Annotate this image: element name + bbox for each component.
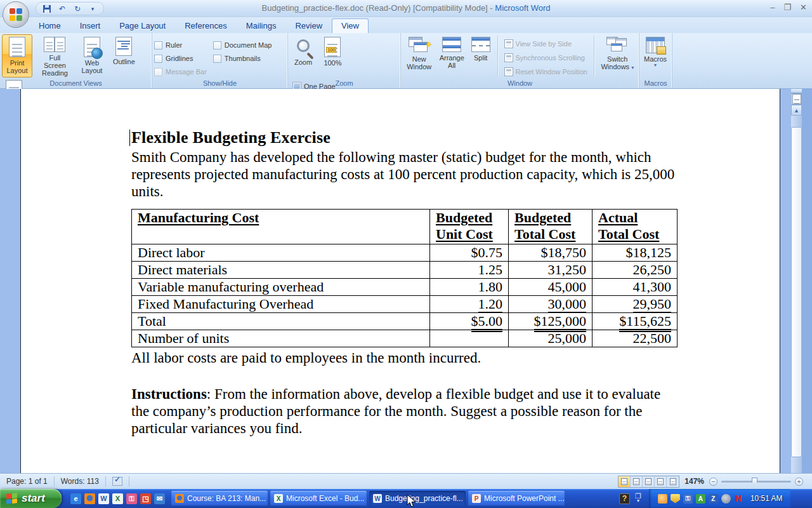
view-shortcut-buttons [618, 476, 679, 488]
group-document-views: Print Layout Full Screen Reading Web Lay… [0, 33, 152, 88]
ruler-checkbox[interactable]: Ruler [154, 39, 207, 51]
quick-launch: e W X ⚿ ◳ ✉ [62, 493, 171, 504]
tray-wrench-icon[interactable]: ⚿ [683, 494, 693, 504]
zoom-button[interactable]: Zoom [290, 34, 317, 77]
word-icon: W [373, 494, 382, 503]
table-row: Number of units 25,000 22,500 [132, 330, 678, 347]
tab-references[interactable]: References [175, 18, 236, 33]
help-icon[interactable]: ? [619, 493, 630, 504]
full-screen-reading-icon [44, 37, 65, 52]
web-layout-button[interactable]: Web Layout [77, 34, 107, 77]
note-paragraph: All labor costs are paid to employees in… [131, 349, 677, 366]
zoom-out-button[interactable]: − [709, 478, 717, 486]
zoom-slider-track[interactable] [721, 481, 791, 483]
taskbar-item-powerpoint[interactable]: P Microsoft PowerPoint ... [468, 491, 565, 506]
table-header-row: Manufacturing Cost BudgetedUnit Cost Bud… [132, 210, 678, 244]
tray-speaker-icon[interactable] [721, 494, 731, 504]
split-handle[interactable] [791, 89, 802, 93]
table-row: Direct labor $0.75 $18,750 $18,125 [132, 244, 678, 262]
magnifier-icon [297, 39, 310, 52]
tray-z-icon[interactable]: Z [709, 494, 718, 504]
document-area: Flexible Budgeting Exercise Smith Compan… [0, 89, 812, 473]
start-button[interactable]: start [0, 489, 62, 508]
view-side-by-side-button: View Side by Side [502, 37, 590, 50]
reset-window-position-icon [504, 67, 513, 76]
split-button[interactable]: Split [468, 34, 494, 77]
excel-icon: X [274, 494, 283, 503]
tab-home[interactable]: Home [29, 18, 70, 33]
split-icon [471, 37, 490, 52]
tab-view[interactable]: View [332, 18, 369, 33]
restore-button[interactable]: ❐ [783, 3, 791, 12]
word-count[interactable]: Words: 113 [55, 474, 105, 489]
zoom-slider-thumb[interactable] [752, 478, 757, 486]
proofing-check-icon [112, 477, 122, 486]
zoom-in-button[interactable]: + [795, 478, 803, 486]
scrollbar-thumb[interactable] [791, 127, 802, 457]
ruler-toggle-button[interactable] [791, 93, 802, 105]
document-map-checkbox[interactable]: Document Map [213, 39, 272, 51]
window-title: Budgeting_practice-flex.doc (Read-Only) … [0, 3, 812, 13]
key-app-icon[interactable]: ⚿ [126, 493, 137, 504]
taskbar-item-excel[interactable]: X Microsoft Excel - Bud... [270, 491, 367, 506]
tab-mailings[interactable]: Mailings [237, 18, 286, 33]
web-layout-view-button[interactable] [643, 476, 655, 487]
tray-norton-icon[interactable]: N [734, 494, 743, 504]
outline-button[interactable]: Outline [109, 34, 138, 77]
new-window-button[interactable]: ✦ New Window [403, 34, 435, 77]
full-screen-reading-button[interactable]: Full Screen Reading [35, 34, 74, 77]
thumbnails-checkbox[interactable]: Thumbnails [213, 52, 272, 65]
red-app-icon[interactable]: ◳ [140, 493, 151, 504]
chevron-down-icon: ▾ [631, 65, 634, 70]
desktop-toolbar-icon[interactable]: ❐▾ [635, 493, 641, 504]
zoom-100-icon: 100 [324, 37, 341, 57]
arrange-all-button[interactable]: Arrange All [435, 34, 468, 77]
taskbar: start e W X ⚿ ◳ ✉ Course: BA 213: Man...… [0, 489, 812, 508]
blue-app-icon[interactable]: ✉ [154, 493, 165, 504]
macros-button[interactable]: Macros ▾ [641, 34, 669, 77]
office-button[interactable] [3, 1, 29, 28]
tray-orange-icon[interactable] [658, 494, 667, 504]
group-macros: Macros ▾ Macros [639, 33, 672, 88]
firefox-icon[interactable] [84, 493, 95, 504]
switch-windows-button[interactable]: Switch Windows ▾ [598, 34, 637, 77]
vertical-scrollbar[interactable]: ▲ [791, 89, 802, 473]
document-page[interactable]: Flexible Budgeting Exercise Smith Compan… [20, 89, 780, 473]
zoom-100-button[interactable]: 100 100% [319, 34, 346, 77]
outline-view-button[interactable] [655, 476, 667, 487]
print-layout-view-button[interactable] [619, 476, 631, 487]
minimize-button[interactable]: – [770, 3, 775, 12]
close-button[interactable]: ✕ [800, 3, 807, 12]
tab-insert[interactable]: Insert [70, 18, 110, 33]
document-content: Flexible Budgeting Exercise Smith Compan… [131, 128, 677, 437]
document-heading: Flexible Budgeting Exercise [131, 128, 677, 147]
print-layout-button[interactable]: Print Layout [2, 34, 32, 77]
scroll-up-arrow[interactable]: ▲ [791, 105, 802, 116]
task-buttons: Course: BA 213: Man... X Microsoft Excel… [171, 491, 565, 506]
tray-shield-icon[interactable] [671, 494, 680, 504]
word-icon[interactable]: W [98, 493, 109, 504]
new-window-icon: ✦ [409, 37, 430, 53]
zoom-percentage[interactable]: 147% [684, 477, 704, 486]
gridlines-checkbox[interactable]: Gridlines [154, 52, 207, 65]
group-show-hide: Ruler Gridlines Message Bar Document Map [152, 33, 288, 88]
synchronous-scrolling-icon [504, 53, 513, 62]
budget-table: Manufacturing Cost BudgetedUnit Cost Bud… [131, 209, 678, 347]
internet-explorer-icon[interactable]: e [70, 493, 81, 504]
draft-view-button[interactable] [667, 476, 679, 487]
taskbar-item-firefox[interactable]: Course: BA 213: Man... [171, 491, 268, 506]
ribbon-tab-row: Home Insert Page Layout References Maili… [0, 17, 812, 33]
print-layout-icon [9, 37, 25, 57]
tab-page-layout[interactable]: Page Layout [110, 18, 175, 33]
excel-icon[interactable]: X [112, 493, 123, 504]
taskbar-item-word[interactable]: W Budgeting_practice-fl... [369, 491, 466, 506]
tab-review[interactable]: Review [285, 18, 332, 33]
table-row: Direct materials 1.25 31,250 26,250 [132, 262, 678, 279]
synchronous-scrolling-button: Synchronous Scrolling [502, 51, 590, 64]
tray-green-icon[interactable]: A [696, 494, 705, 504]
page-indicator[interactable]: Page: 1 of 1 [0, 474, 54, 489]
full-screen-view-button[interactable] [631, 476, 643, 487]
taskbar-clock[interactable]: 10:51 AM [750, 494, 783, 503]
view-side-by-side-icon [504, 39, 513, 48]
proofing-status[interactable] [106, 474, 129, 489]
